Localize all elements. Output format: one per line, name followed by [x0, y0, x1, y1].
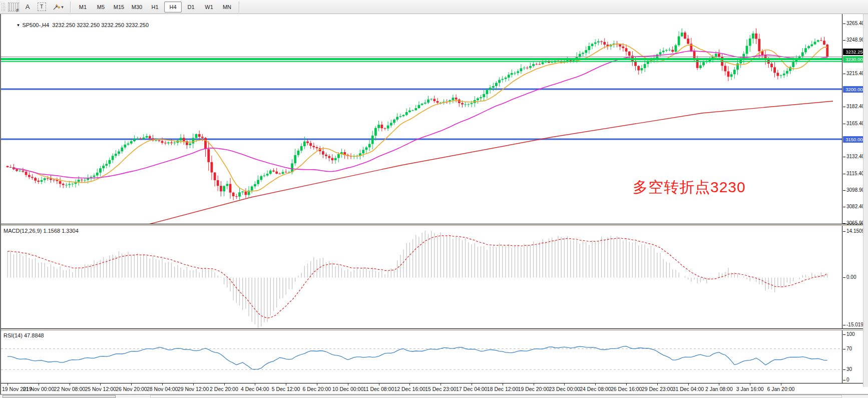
top-toolbar: F A T ▾ M1M5M15M30H1H4D1W1MN: [0, 0, 868, 14]
macd-tick-label: -15.019: [846, 322, 863, 327]
time-axis-label: 26 Dec 16:00: [611, 386, 642, 392]
toolbar-separator: [70, 2, 71, 13]
time-axis-tick: [70, 383, 70, 385]
time-axis-tick: [39, 383, 39, 385]
time-axis-label: 18 Dec 12:00: [487, 386, 518, 392]
time-axis-tick: [781, 383, 781, 385]
timeframe-button-W1[interactable]: W1: [200, 2, 218, 13]
time-axis-tick: [255, 383, 255, 385]
macd-tick-label: 0.00: [846, 274, 856, 280]
time-axis-label: 11 Dec 08:00: [363, 386, 394, 392]
timeframe-button-H1[interactable]: H1: [146, 2, 164, 13]
time-axis-label: 10 Dec 00:00: [332, 386, 363, 392]
time-axis-label: 29 Dec 23:00: [642, 386, 673, 392]
ma-fast-line: [14, 44, 827, 192]
price-axis-line: [842, 14, 842, 224]
time-axis-label: 25 Nov 12:00: [85, 386, 116, 392]
font-tool-icon[interactable]: A: [21, 1, 34, 13]
time-axis-label: 26 Nov 20:00: [116, 386, 147, 392]
time-axis-tick: [317, 383, 317, 385]
timeframe-button-M1[interactable]: M1: [74, 2, 92, 13]
time-axis-tick: [131, 383, 132, 385]
time-axis-label: 3 Jan 16:00: [736, 386, 764, 392]
right-window-gutter: [863, 14, 868, 387]
macd-chart[interactable]: [1, 226, 842, 328]
time-axis-tick: [719, 383, 719, 385]
time-axis-tick: [564, 383, 565, 385]
macd-axis-line: [842, 226, 842, 328]
timeframe-button-group: M1M5M15M30H1H4D1W1MN: [74, 2, 236, 13]
timeframe-button-MN[interactable]: MN: [218, 2, 236, 13]
macd-signal-line: [8, 236, 827, 318]
time-axis-label: 29 Nov 12:00: [178, 386, 209, 392]
time-axis[interactable]: 19 Nov 201921 Nov 00:0022 Nov 08:0025 No…: [1, 383, 868, 394]
time-axis-label: 22 Nov 08:00: [54, 386, 85, 392]
toolbar-grip[interactable]: [1, 3, 5, 12]
time-axis-label: 24 Dec 08:00: [580, 386, 611, 392]
time-axis-tick: [441, 383, 441, 385]
time-axis-label: 19 Dec 20:00: [518, 386, 549, 392]
timeframe-button-M5[interactable]: M5: [92, 2, 110, 13]
drawing-tools-icon[interactable]: ▾: [49, 1, 67, 13]
timeframe-button-D1[interactable]: D1: [182, 2, 200, 13]
rsi-tick-label: 100: [846, 331, 855, 337]
time-axis-tick: [379, 383, 379, 385]
time-axis-tick: [224, 383, 225, 385]
scrollbar-thumb[interactable]: [3, 395, 116, 398]
chart-annotation-text: 多空转折点3230: [633, 177, 746, 198]
time-axis-tick: [286, 383, 286, 385]
timeframe-button-M15[interactable]: M15: [110, 2, 128, 13]
text-label-tool-icon[interactable]: T: [35, 1, 48, 13]
price-chart-pane[interactable]: ▼SP500-,H4 3232.250 3232.250 3232.250 32…: [1, 14, 868, 224]
time-axis-tick: [409, 383, 410, 385]
time-axis-label: 23 Dec 00:00: [549, 386, 580, 392]
time-axis-tick: [472, 383, 472, 385]
time-axis-label: 6 Dec 20:00: [303, 386, 331, 392]
time-axis-label: 5 Dec 12:00: [272, 386, 300, 392]
macd-indicator-pane[interactable]: MACD(12,26,9) 1.1568 1.3304 14.15090.00-…: [1, 226, 868, 329]
rsi-tick-label: 70: [846, 346, 852, 351]
ma-slow-line: [14, 51, 827, 178]
rsi-label: RSI(14) 47.8848: [4, 332, 44, 338]
rsi-chart[interactable]: [1, 330, 842, 383]
time-axis-label: 31 Dec 04:00: [673, 386, 704, 392]
rsi-tick-label: 30: [846, 366, 852, 372]
time-axis-tick: [626, 383, 627, 385]
time-axis-tick: [657, 383, 658, 385]
chevron-down-icon[interactable]: ▼: [16, 23, 20, 28]
time-axis-label: 12 Dec 16:00: [394, 386, 425, 392]
time-axis-label: 2 Jan 08:00: [705, 386, 733, 392]
time-axis-label: 15 Dec 23:00: [425, 386, 456, 392]
macd-label: MACD(12,26,9) 1.1568 1.3304: [4, 228, 79, 234]
time-axis-label: 17 Dec 04:00: [456, 386, 487, 392]
time-axis-label: 21 Nov 00:00: [23, 386, 54, 392]
time-axis-label: 28 Nov 04:00: [147, 386, 178, 392]
toolbar-separator: [239, 2, 240, 13]
indicator-frame-icon[interactable]: F: [7, 1, 20, 13]
timeframe-button-H4[interactable]: H4: [164, 2, 182, 13]
rsi-line: [8, 346, 827, 369]
time-axis-tick: [8, 383, 8, 385]
time-axis-tick: [534, 383, 534, 385]
time-axis-tick: [193, 383, 194, 385]
rsi-indicator-pane[interactable]: RSI(14) 47.8848 10070300: [1, 330, 868, 383]
time-axis-label: 4 Dec 04:00: [241, 386, 269, 392]
time-axis-tick: [348, 383, 348, 385]
time-axis-tick: [750, 383, 750, 385]
scrollbar-track[interactable]: [150, 395, 842, 398]
timeframe-button-M30[interactable]: M30: [128, 2, 146, 13]
time-axis-tick: [595, 383, 596, 385]
time-axis-tick: [100, 383, 101, 385]
diagonal-arrows-icon: [53, 4, 61, 11]
horizontal-scrollbar[interactable]: [0, 394, 868, 398]
time-axis-tick: [503, 383, 503, 385]
macd-tick-label: 14.1509: [846, 228, 864, 234]
chevron-down-icon: ▾: [61, 5, 64, 10]
time-axis-label: 2 Dec 20:00: [210, 386, 238, 392]
time-axis-tick: [162, 383, 163, 385]
time-axis-tick: [688, 383, 689, 385]
rsi-tick-label: 0: [846, 377, 849, 382]
time-axis-label: 6 Jan 20:00: [767, 386, 795, 392]
symbol-ohlc-label: ▼SP500-,H4 3232.250 3232.250 3232.250 32…: [4, 16, 149, 34]
trading-terminal-window: F A T ▾ M1M5M15M30H1H4D1W1MN ▼SP500-,H4 …: [0, 0, 868, 398]
